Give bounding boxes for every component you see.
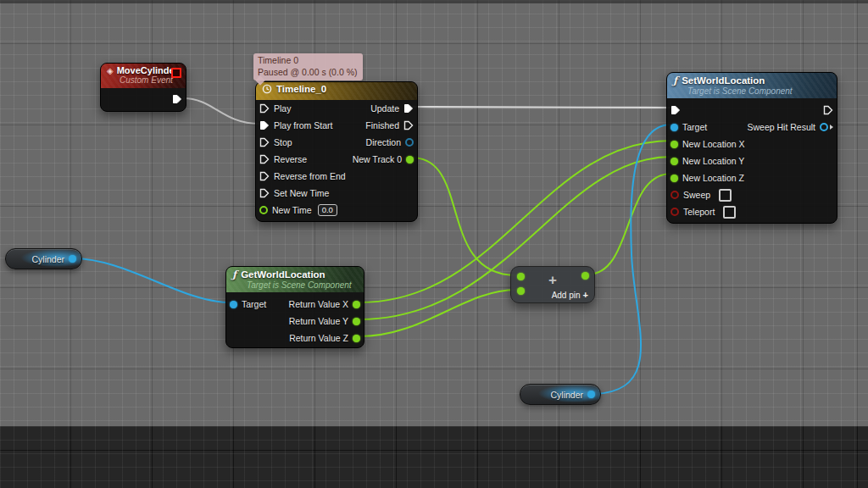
pin-label: Teleport <box>683 207 715 217</box>
add-pin-button[interactable]: Add pin+ <box>552 290 588 300</box>
bool-in-pin[interactable] <box>670 191 679 199</box>
pin-label: Reverse from End <box>274 171 346 181</box>
timeline-header: Timeline_0 <box>256 82 417 100</box>
new-time-value-field[interactable]: 0.0 <box>318 204 337 216</box>
float-in-pin[interactable] <box>670 158 678 165</box>
pin-label: Set New Time <box>274 188 329 198</box>
pin-label: Return Value Z <box>289 333 348 343</box>
event-diamond-icon: ◈ <box>107 66 114 75</box>
function-icon: ƒ <box>673 75 677 86</box>
wire-returnvaluez-to-add-b <box>359 290 516 336</box>
pin-label: Return Value X <box>289 299 348 309</box>
object-in-pin[interactable] <box>230 301 237 308</box>
pin-row-reverse: Reverse <box>256 151 350 168</box>
movecylinder-header: ◈ MoveCylinder Custom Event <box>101 64 186 88</box>
float-out-pin[interactable] <box>353 318 360 325</box>
float-in-pin[interactable] <box>259 206 268 214</box>
pin-row-play-from-start: Play from Start <box>256 117 350 134</box>
node-movecylinder-event[interactable]: ◈ MoveCylinder Custom Event <box>100 63 186 112</box>
getworldlocation-output-pins: Return Value X Return Value Y Return Val… <box>285 296 364 347</box>
pin-label: Sweep <box>683 190 710 200</box>
wire-exec-update-to-setworldlocation <box>412 107 671 108</box>
getworldlocation-input-pins: Target <box>226 296 270 313</box>
pin-label: Update <box>370 103 399 114</box>
getworldlocation-header: ƒ GetWorldLocation Target is Scene Compo… <box>226 267 364 292</box>
float-in-pin[interactable] <box>670 175 678 182</box>
clock-icon <box>262 84 272 94</box>
exec-in-pin[interactable] <box>670 105 681 115</box>
setworldlocation-header: ƒ SetWorldLocation Target is Scene Compo… <box>667 73 837 98</box>
node-subtitle: Target is Scene Component <box>247 280 357 290</box>
struct-out-pin[interactable] <box>820 123 828 131</box>
pin-arrow-icon <box>830 125 833 130</box>
pin-label: Reverse <box>274 154 307 164</box>
bool-in-pin[interactable] <box>670 208 679 216</box>
sweep-checkbox[interactable] <box>719 189 732 202</box>
pin-label: Play <box>274 103 291 114</box>
variable-label: Cylinder <box>31 254 64 264</box>
exec-out-pin[interactable] <box>403 103 414 114</box>
pin-row-return-value-x: Return Value X <box>285 296 364 313</box>
wire-exec-movecylinder-to-playfromstart <box>183 98 259 124</box>
node-timeline[interactable]: Timeline_0 Play Play from Start Stop Rev… <box>255 81 418 222</box>
float-out-pin[interactable] <box>353 301 360 308</box>
timeline-tooltip: Timeline 0 Paused @ 0.00 s (0.0 %) <box>253 53 363 80</box>
exec-in-pin[interactable] <box>259 154 270 164</box>
node-title: SetWorldLocation <box>682 75 765 86</box>
pin-row-new-track-0: New Track 0 <box>348 151 417 168</box>
pin-label: New Location Y <box>682 156 744 166</box>
exec-out-pin[interactable] <box>403 120 414 130</box>
add-pin-label: Add pin <box>552 291 581 300</box>
exec-in-pin[interactable] <box>259 137 270 147</box>
timeline-output-pins: Update Finished Direction New Track 0 <box>348 100 417 168</box>
pin-label: Finished <box>365 120 399 130</box>
exec-out-pin[interactable] <box>172 94 182 104</box>
wire-add-to-newlocationz <box>587 174 671 274</box>
pin-row-exec-out <box>743 102 837 119</box>
function-icon: ƒ <box>232 269 236 280</box>
teleport-checkbox[interactable] <box>723 206 736 219</box>
wire-newtrack0-to-add-a <box>412 158 516 275</box>
add-input-b-pin[interactable] <box>517 287 525 295</box>
node-subtitle: Custom Event <box>120 75 179 85</box>
event-end-marker-icon[interactable] <box>171 68 181 78</box>
enum-out-pin[interactable] <box>405 138 414 147</box>
pin-row-new-time: New Time 0.0 <box>256 202 350 219</box>
float-out-pin[interactable] <box>406 156 414 164</box>
variable-label: Cylinder <box>550 390 583 400</box>
object-in-pin[interactable] <box>670 124 678 131</box>
node-getworldlocation[interactable]: ƒ GetWorldLocation Target is Scene Compo… <box>225 266 364 348</box>
pin-label: Target <box>682 122 707 132</box>
exec-in-pin[interactable] <box>259 120 270 130</box>
exec-out-pin[interactable] <box>823 105 833 115</box>
pin-label: Target <box>242 299 266 309</box>
plus-icon: + <box>583 290 588 300</box>
pin-label: Stop <box>274 137 292 147</box>
pin-row-exec-in <box>667 102 749 119</box>
exec-in-pin[interactable] <box>259 171 270 181</box>
pin-row-new-location-y: New Location Y <box>667 152 749 169</box>
node-add-float[interactable]: + Add pin+ <box>510 266 595 303</box>
pin-row-target: Target <box>667 119 749 136</box>
pin-row-teleport: Teleport <box>667 203 749 220</box>
exec-in-pin[interactable] <box>259 188 270 198</box>
pin-row-sweep: Sweep <box>667 186 749 203</box>
variable-node-cylinder-left[interactable]: Cylinder <box>5 248 82 269</box>
pin-row-stop: Stop <box>256 134 350 151</box>
float-out-pin[interactable] <box>353 335 360 342</box>
node-setworldlocation[interactable]: ƒ SetWorldLocation Target is Scene Compo… <box>666 72 837 224</box>
setworldlocation-input-pins: Target New Location X New Location Y New… <box>667 102 749 220</box>
wire-cylinder-to-setworldlocation-target <box>594 125 671 394</box>
pin-row-new-location-x: New Location X <box>667 136 749 152</box>
pin-row-sweep-hit-result: Sweep Hit Result <box>743 119 837 136</box>
object-out-pin[interactable] <box>587 391 595 398</box>
pin-label: New Track 0 <box>353 154 402 164</box>
float-in-pin[interactable] <box>670 141 678 148</box>
object-out-pin[interactable] <box>69 255 76 263</box>
exec-in-pin[interactable] <box>259 103 270 114</box>
variable-node-cylinder-bottom[interactable]: Cylinder <box>520 384 601 405</box>
wire-cylinder-to-getworldlocation-target <box>73 258 231 302</box>
pin-row-play: Play <box>256 100 350 117</box>
pin-label: New Location X <box>682 139 745 149</box>
setworldlocation-output-pins: Sweep Hit Result <box>743 102 837 136</box>
